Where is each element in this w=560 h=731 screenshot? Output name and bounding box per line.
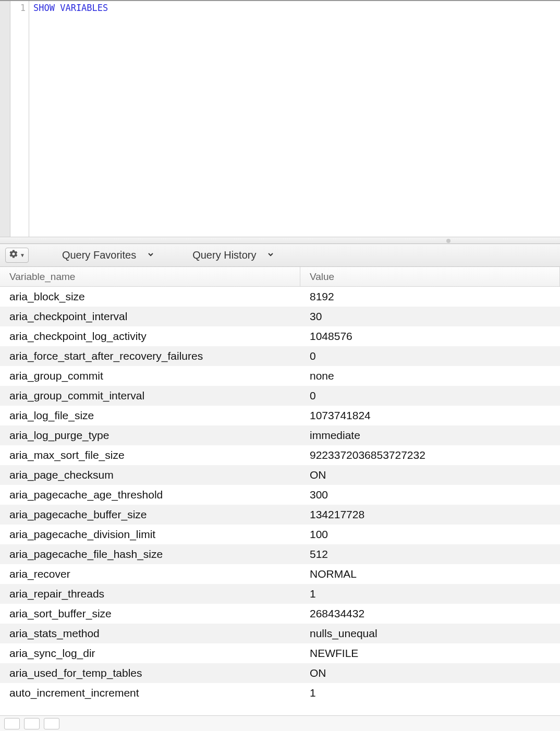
cell-value: 1 <box>300 687 560 699</box>
query-toolbar: ▼ Query Favorites Query History <box>0 244 560 267</box>
cell-variable-name: aria_block_size <box>0 290 300 303</box>
table-row[interactable]: aria_group_commitnone <box>0 366 560 386</box>
cell-variable-name: aria_log_file_size <box>0 409 300 422</box>
cell-variable-name: aria_repair_threads <box>0 588 300 600</box>
table-row[interactable]: aria_checkpoint_interval30 <box>0 307 560 326</box>
cell-value: ON <box>300 469 560 481</box>
cell-value: 9223372036853727232 <box>300 449 560 461</box>
cell-value: 1073741824 <box>300 409 560 422</box>
cell-value: 30 <box>300 310 560 323</box>
table-row[interactable]: aria_max_sort_file_size92233720368537272… <box>0 445 560 465</box>
table-row[interactable]: aria_stats_methodnulls_unequal <box>0 624 560 643</box>
table-row[interactable]: aria_page_checksumON <box>0 465 560 485</box>
cell-variable-name: aria_pagecache_file_hash_size <box>0 548 300 561</box>
cell-variable-name: aria_recover <box>0 568 300 580</box>
cell-value: 300 <box>300 489 560 501</box>
editor-horizontal-scrollbar[interactable] <box>0 237 560 244</box>
dropdown-triangle-icon: ▼ <box>20 252 25 258</box>
cell-variable-name: aria_pagecache_buffer_size <box>0 508 300 521</box>
results-header: Variable_name Value <box>0 267 560 287</box>
results-body[interactable]: aria_block_size8192aria_checkpoint_inter… <box>0 287 560 715</box>
table-row[interactable]: aria_pagecache_age_threshold300 <box>0 485 560 505</box>
table-row[interactable]: aria_log_file_size1073741824 <box>0 406 560 425</box>
cell-variable-name: aria_group_commit <box>0 370 300 382</box>
cell-value: 0 <box>300 350 560 362</box>
table-row[interactable]: aria_force_start_after_recovery_failures… <box>0 346 560 366</box>
column-header-variable-name[interactable]: Variable_name <box>0 267 300 286</box>
footer-button[interactable] <box>4 718 20 729</box>
table-row[interactable]: aria_pagecache_buffer_size134217728 <box>0 505 560 525</box>
cell-value: none <box>300 370 560 382</box>
footer-button[interactable] <box>44 718 59 729</box>
gear-icon <box>9 249 18 261</box>
cell-variable-name: aria_sort_buffer_size <box>0 607 300 620</box>
cell-value: immediate <box>300 429 560 442</box>
table-row[interactable]: aria_recoverNORMAL <box>0 564 560 584</box>
results-pane: Variable_name Value aria_block_size8192a… <box>0 267 560 715</box>
footer-button[interactable] <box>24 718 40 729</box>
cell-variable-name: aria_page_checksum <box>0 469 300 481</box>
footer-toolbar <box>0 715 560 731</box>
table-row[interactable]: aria_group_commit_interval0 <box>0 386 560 406</box>
cell-value: 134217728 <box>300 508 560 521</box>
query-favorites-label: Query Favorites <box>62 249 136 261</box>
cell-variable-name: aria_stats_method <box>0 627 300 640</box>
table-row[interactable]: aria_repair_threads1 <box>0 584 560 604</box>
cell-value: 1 <box>300 588 560 600</box>
chevron-down-icon <box>147 249 155 261</box>
cell-variable-name: aria_pagecache_age_threshold <box>0 489 300 501</box>
sql-editor[interactable]: SHOW VARIABLES <box>29 1 560 237</box>
query-history-dropdown[interactable]: Query History <box>188 249 279 261</box>
cell-value: 1048576 <box>300 330 560 343</box>
cell-variable-name: aria_pagecache_division_limit <box>0 528 300 541</box>
cell-value: 100 <box>300 528 560 541</box>
table-row[interactable]: aria_block_size8192 <box>0 287 560 307</box>
cell-variable-name: aria_log_purge_type <box>0 429 300 442</box>
cell-variable-name: aria_checkpoint_log_activity <box>0 330 300 343</box>
sql-text: SHOW VARIABLES <box>33 3 108 13</box>
settings-button[interactable]: ▼ <box>5 248 29 263</box>
cell-value: 0 <box>300 389 560 402</box>
table-row[interactable]: aria_sort_buffer_size268434432 <box>0 604 560 624</box>
editor-gutter: 1 <box>10 1 29 237</box>
table-row[interactable]: aria_checkpoint_log_activity1048576 <box>0 326 560 346</box>
editor-folding-strip <box>0 1 10 237</box>
sql-editor-pane: 1 SHOW VARIABLES <box>0 1 560 237</box>
cell-value: 512 <box>300 548 560 561</box>
cell-variable-name: aria_checkpoint_interval <box>0 310 300 323</box>
query-history-label: Query History <box>192 249 256 261</box>
line-number: 1 <box>10 3 26 13</box>
app-window: 1 SHOW VARIABLES ▼ Query Favorites Query… <box>0 0 560 731</box>
cell-variable-name: aria_group_commit_interval <box>0 389 300 402</box>
cell-variable-name: aria_force_start_after_recovery_failures <box>0 350 300 362</box>
cell-value: NEWFILE <box>300 647 560 660</box>
column-header-value[interactable]: Value <box>300 267 560 286</box>
table-row[interactable]: aria_pagecache_file_hash_size512 <box>0 544 560 564</box>
cell-variable-name: auto_increment_increment <box>0 687 300 699</box>
table-row[interactable]: aria_pagecache_division_limit100 <box>0 525 560 544</box>
table-row[interactable]: aria_used_for_temp_tablesON <box>0 663 560 683</box>
cell-value: 8192 <box>300 290 560 303</box>
cell-variable-name: aria_used_for_temp_tables <box>0 667 300 679</box>
cell-value: nulls_unequal <box>300 627 560 640</box>
query-favorites-dropdown[interactable]: Query Favorites <box>58 249 159 261</box>
cell-variable-name: aria_sync_log_dir <box>0 647 300 660</box>
cell-value: NORMAL <box>300 568 560 580</box>
cell-value: ON <box>300 667 560 679</box>
table-row[interactable]: aria_sync_log_dirNEWFILE <box>0 643 560 663</box>
chevron-down-icon <box>266 249 275 261</box>
cell-variable-name: aria_max_sort_file_size <box>0 449 300 461</box>
cell-value: 268434432 <box>300 607 560 620</box>
table-row[interactable]: auto_increment_increment1 <box>0 683 560 703</box>
scrollbar-thumb[interactable] <box>446 239 451 243</box>
table-row[interactable]: aria_log_purge_typeimmediate <box>0 425 560 445</box>
